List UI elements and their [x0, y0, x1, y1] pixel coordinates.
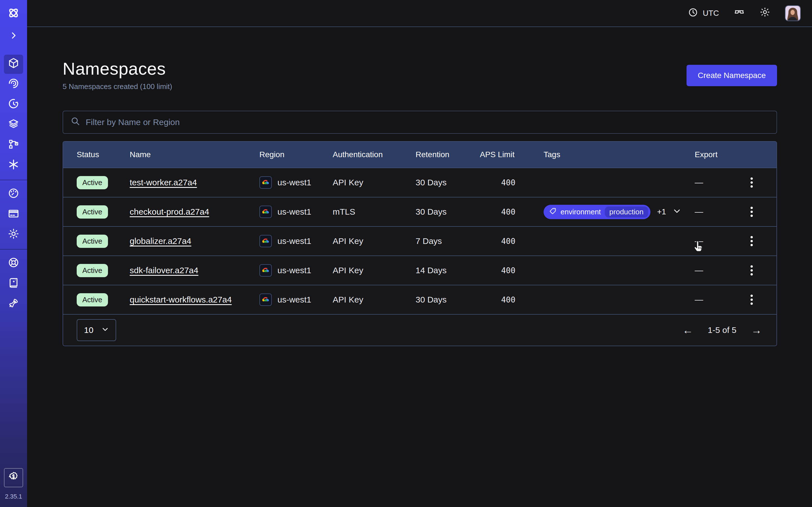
column-header-authentication: Authentication: [333, 150, 416, 159]
column-header-region: Region: [259, 150, 333, 159]
sidebar-item-workflows[interactable]: [0, 74, 27, 95]
gear-icon: [8, 228, 19, 242]
tag-key: environment: [560, 208, 601, 216]
tag-icon: [549, 207, 557, 217]
namespace-link[interactable]: sdk-failover.a27a4: [130, 266, 199, 275]
column-header-aps-limit: APS Limit: [480, 150, 544, 159]
region-label: us-west1: [277, 207, 311, 217]
retention-cell: 30 Days: [416, 178, 480, 187]
row-menu-button[interactable]: [743, 177, 765, 187]
page-title: Namespaces: [63, 59, 172, 78]
status-badge: Active: [77, 176, 108, 189]
timezone-selector[interactable]: UTC: [688, 7, 719, 19]
table-row: Active sdk-failover.a27a4 us-west1: [63, 256, 776, 285]
tags-expand-button[interactable]: [673, 207, 681, 217]
tags-more-count: +1: [657, 207, 666, 216]
namespace-link[interactable]: globalizer.a27a4: [130, 236, 192, 245]
google-cloud-icon: [259, 293, 272, 306]
tag-value: production: [605, 207, 648, 217]
sidebar-item-docs[interactable]: [0, 274, 27, 294]
app-version: 2.35.1: [5, 493, 22, 500]
auth-cell: API Key: [333, 295, 416, 304]
sidebar-item-connectivity[interactable]: [0, 156, 27, 176]
retention-cell: 30 Days: [416, 207, 480, 217]
aps-cell: 400: [480, 295, 544, 304]
auth-cell: API Key: [333, 178, 416, 187]
table-header-row: Status Name Region Authentication Retent…: [63, 142, 776, 168]
page-size-value: 10: [84, 325, 93, 335]
google-cloud-icon: [259, 264, 272, 277]
table-footer: 10 ← 1-5 of 5 →: [63, 314, 776, 346]
page-subtitle: 5 Namespaces created (100 limit): [63, 82, 172, 91]
aps-cell: 400: [480, 178, 544, 187]
namespace-link[interactable]: test-worker.a27a4: [130, 178, 197, 187]
page-size-select[interactable]: 10: [77, 319, 116, 341]
timer-icon: [8, 98, 19, 112]
topbar: UTC: [27, 0, 812, 27]
export-cell: —: [695, 266, 743, 275]
sidebar-item-settings[interactable]: [0, 225, 27, 245]
page-content: Namespaces 5 Namespaces created (100 lim…: [27, 27, 812, 507]
next-page-button[interactable]: →: [751, 325, 762, 335]
sidebar-item-nexus[interactable]: [0, 135, 27, 156]
sidebar-item-usage[interactable]: [0, 184, 27, 205]
sidebar-item-support[interactable]: [0, 253, 27, 274]
column-header-retention: Retention: [416, 150, 480, 159]
theme-toggle[interactable]: [760, 7, 770, 20]
credit-card-icon: [8, 208, 19, 222]
table-row: Active globalizer.a27a4 us-west1: [63, 226, 776, 256]
sidebar-item-namespaces[interactable]: [0, 54, 27, 74]
retention-cell: 14 Days: [416, 266, 480, 275]
sidebar-item-billing[interactable]: [0, 205, 27, 225]
region-label: us-west1: [277, 178, 311, 187]
sidebar-expand-toggle[interactable]: [0, 27, 27, 46]
gauge-icon: [8, 187, 19, 202]
labs-toggle[interactable]: [733, 6, 745, 20]
filter-input[interactable]: [86, 117, 769, 127]
create-namespace-button[interactable]: Create Namespace: [687, 65, 777, 86]
google-cloud-icon: [259, 176, 272, 189]
row-menu-button[interactable]: [743, 207, 765, 217]
chevron-down-icon: [673, 207, 681, 217]
rocket-icon: [8, 297, 19, 311]
region-label: us-west1: [277, 295, 311, 304]
column-header-export: Export: [695, 150, 743, 159]
app-root: 2.35.1 UTC: [0, 0, 812, 507]
row-menu-button[interactable]: [743, 295, 765, 305]
status-badge: Active: [77, 205, 108, 219]
export-cell: —: [695, 178, 743, 187]
google-cloud-icon: [259, 235, 272, 247]
row-menu-button[interactable]: [743, 236, 765, 246]
dollar-badge-icon: [8, 471, 19, 485]
table-row: Active test-worker.a27a4 us-west1: [63, 168, 776, 197]
sidebar-divider: [0, 180, 27, 180]
glasses-icon: [733, 6, 745, 20]
status-badge: Active: [77, 235, 108, 248]
sidebar-item-home[interactable]: [0, 4, 27, 24]
clock-icon: [688, 7, 698, 19]
export-cell: —: [695, 236, 743, 246]
namespaces-table: Status Name Region Authentication Retent…: [63, 141, 777, 346]
namespace-link[interactable]: quickstart-workflows.a27a4: [130, 295, 232, 304]
aps-cell: 400: [480, 207, 544, 217]
row-menu-button[interactable]: [743, 265, 765, 276]
filter-bar: [63, 111, 777, 134]
book-sparkle-icon: [8, 277, 19, 291]
temporal-logo-icon: [7, 6, 20, 22]
branch-icon: [8, 138, 19, 152]
sidebar-item-schedules[interactable]: [0, 95, 27, 115]
sidebar-divider: [0, 249, 27, 249]
layers-icon: [8, 118, 19, 132]
user-avatar[interactable]: [785, 5, 801, 21]
search-icon: [70, 116, 80, 128]
pricing-button[interactable]: [4, 468, 23, 487]
sidebar-item-deployments[interactable]: [0, 115, 27, 135]
aps-cell: 400: [480, 237, 544, 246]
tag-pill[interactable]: environment production: [544, 205, 651, 219]
sidebar: 2.35.1: [0, 0, 27, 507]
cube-icon: [8, 57, 19, 71]
previous-page-button[interactable]: ←: [682, 325, 693, 335]
namespace-link[interactable]: checkout-prod.a27a4: [130, 207, 209, 216]
asterisk-icon: [8, 159, 19, 173]
sidebar-item-getting-started[interactable]: [0, 294, 27, 314]
